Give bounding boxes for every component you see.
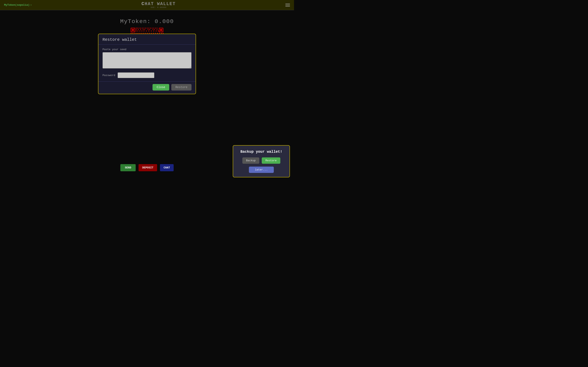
svg-rect-32 bbox=[154, 29, 155, 30]
svg-rect-27 bbox=[143, 29, 144, 30]
menu-line-1 bbox=[285, 4, 290, 4]
hamburger-menu-button[interactable] bbox=[285, 4, 290, 7]
svg-rect-10 bbox=[136, 28, 137, 29]
backup-popup-title: Backup your wallet! bbox=[237, 150, 285, 154]
svg-rect-3 bbox=[132, 29, 134, 31]
svg-rect-12 bbox=[139, 28, 139, 29]
svg-rect-44 bbox=[158, 31, 159, 31]
token-balance-display: MyToken: 0.000 bbox=[0, 10, 294, 25]
password-label: Password bbox=[103, 74, 115, 77]
svg-rect-33 bbox=[156, 29, 157, 30]
svg-rect-11 bbox=[137, 28, 138, 29]
modal-body: Paste your seed Password bbox=[98, 45, 196, 81]
svg-rect-38 bbox=[144, 31, 144, 31]
send-button[interactable]: SEND bbox=[120, 164, 136, 171]
svg-rect-37 bbox=[141, 31, 142, 31]
close-button[interactable]: Close bbox=[153, 84, 169, 91]
bottom-action-buttons: SEND DEPOSIT CHAT bbox=[120, 164, 173, 171]
chat-button[interactable]: CHAT bbox=[160, 164, 173, 171]
menu-line-3 bbox=[285, 6, 290, 7]
restore-wallet-modal: Restore wallet Paste your seed Password … bbox=[98, 34, 196, 94]
svg-rect-22 bbox=[155, 28, 156, 29]
svg-rect-21 bbox=[153, 28, 154, 29]
svg-rect-15 bbox=[144, 28, 144, 29]
chevron-down-icon: ▾ bbox=[30, 4, 32, 6]
modal-footer: Close Restore bbox=[98, 81, 196, 94]
svg-rect-23 bbox=[156, 28, 157, 29]
svg-rect-29 bbox=[148, 29, 148, 30]
svg-rect-17 bbox=[147, 28, 148, 29]
modal-title: Restore wallet bbox=[103, 37, 191, 42]
app-logo: CHAT WALLET bbox=[141, 1, 176, 7]
header: MyToken(sepolia) ▾ CHAT WALLET GGE: 0.00… bbox=[0, 0, 294, 10]
seed-label: Paste your seed bbox=[103, 48, 191, 51]
restore-popup-button[interactable]: Restore bbox=[262, 157, 280, 164]
svg-rect-13 bbox=[140, 28, 141, 29]
modal-header: Restore wallet bbox=[98, 34, 196, 45]
svg-rect-18 bbox=[148, 28, 149, 29]
svg-rect-16 bbox=[145, 28, 146, 29]
deposit-button[interactable]: DEPOSIT bbox=[139, 164, 157, 171]
svg-rect-39 bbox=[146, 31, 147, 31]
svg-rect-30 bbox=[149, 29, 150, 30]
svg-rect-43 bbox=[156, 31, 156, 31]
svg-rect-31 bbox=[153, 29, 153, 30]
svg-rect-19 bbox=[150, 28, 151, 29]
svg-rect-36 bbox=[139, 31, 140, 31]
header-logo-area: CHAT WALLET GGE: 0.00000 bbox=[141, 1, 176, 8]
svg-rect-41 bbox=[151, 31, 152, 31]
backup-buttons-row: Backup Restore bbox=[237, 157, 285, 164]
header-token-area[interactable]: MyToken(sepolia) ▾ bbox=[4, 3, 32, 7]
menu-line-2 bbox=[285, 5, 290, 5]
svg-rect-35 bbox=[138, 31, 138, 31]
seed-textarea[interactable] bbox=[103, 52, 191, 68]
svg-rect-40 bbox=[148, 31, 149, 31]
svg-rect-24 bbox=[136, 29, 137, 30]
svg-rect-25 bbox=[138, 29, 139, 30]
svg-rect-42 bbox=[153, 31, 154, 31]
later-button[interactable]: later... bbox=[249, 167, 274, 173]
header-token-label: MyToken(sepolia) bbox=[4, 3, 30, 7]
svg-rect-6 bbox=[160, 29, 162, 31]
svg-rect-26 bbox=[140, 29, 141, 30]
main-content: MyToken: 0.000 bbox=[0, 10, 294, 184]
svg-rect-14 bbox=[142, 28, 143, 29]
backup-button[interactable]: Backup bbox=[242, 157, 259, 164]
restore-modal-button[interactable]: Restore bbox=[171, 84, 191, 91]
backup-wallet-popup: Backup your wallet! Backup Restore later… bbox=[233, 145, 290, 177]
password-input[interactable] bbox=[118, 72, 154, 78]
svg-rect-34 bbox=[136, 31, 137, 31]
svg-rect-28 bbox=[144, 29, 145, 30]
header-subtitle: GGE: 0.00000 bbox=[141, 7, 176, 8]
svg-rect-20 bbox=[152, 28, 153, 29]
password-row: Password bbox=[103, 72, 191, 78]
